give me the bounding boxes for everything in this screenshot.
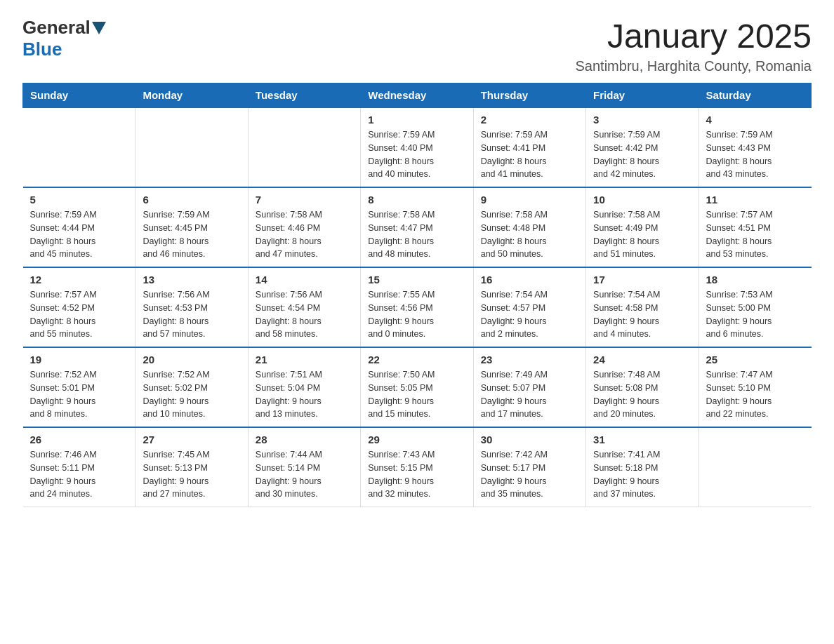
day-info: Sunrise: 7:50 AMSunset: 5:05 PMDaylight:… — [368, 368, 465, 421]
calendar-cell: 10Sunrise: 7:58 AMSunset: 4:49 PMDayligh… — [586, 187, 699, 267]
calendar-week-row: 19Sunrise: 7:52 AMSunset: 5:01 PMDayligh… — [23, 347, 812, 427]
calendar-cell: 22Sunrise: 7:50 AMSunset: 5:05 PMDayligh… — [361, 347, 473, 427]
day-info: Sunrise: 7:48 AMSunset: 5:08 PMDaylight:… — [593, 368, 691, 421]
day-info: Sunrise: 7:59 AMSunset: 4:45 PMDaylight:… — [143, 208, 240, 261]
day-info: Sunrise: 7:51 AMSunset: 5:04 PMDaylight:… — [256, 368, 353, 421]
day-number: 9 — [481, 194, 578, 206]
day-number: 16 — [481, 274, 578, 286]
page-header: General Blue January 2025 Santimbru, Har… — [22, 17, 812, 74]
calendar-cell: 13Sunrise: 7:56 AMSunset: 4:53 PMDayligh… — [135, 267, 248, 347]
subtitle: Santimbru, Harghita County, Romania — [576, 58, 812, 74]
day-number: 28 — [256, 434, 353, 445]
calendar-cell: 17Sunrise: 7:54 AMSunset: 4:58 PMDayligh… — [586, 267, 699, 347]
day-number: 31 — [593, 434, 691, 445]
day-info: Sunrise: 7:53 AMSunset: 5:00 PMDaylight:… — [706, 288, 805, 341]
day-number: 7 — [256, 194, 353, 206]
calendar-cell: 9Sunrise: 7:58 AMSunset: 4:48 PMDaylight… — [473, 187, 585, 267]
calendar-header-thursday: Thursday — [473, 83, 585, 108]
day-number: 1 — [368, 114, 465, 126]
day-info: Sunrise: 7:57 AMSunset: 4:52 PMDaylight:… — [30, 288, 128, 341]
calendar-header-row: SundayMondayTuesdayWednesdayThursdayFrid… — [23, 83, 812, 108]
logo-general-text: General — [22, 17, 91, 39]
day-info: Sunrise: 7:59 AMSunset: 4:40 PMDaylight:… — [368, 128, 465, 181]
day-info: Sunrise: 7:49 AMSunset: 5:07 PMDaylight:… — [481, 368, 578, 421]
day-info: Sunrise: 7:56 AMSunset: 4:54 PMDaylight:… — [256, 288, 353, 341]
day-info: Sunrise: 7:59 AMSunset: 4:43 PMDaylight:… — [706, 128, 805, 181]
calendar-header-monday: Monday — [135, 83, 248, 108]
day-info: Sunrise: 7:54 AMSunset: 4:58 PMDaylight:… — [593, 288, 691, 341]
calendar-cell: 7Sunrise: 7:58 AMSunset: 4:46 PMDaylight… — [248, 187, 360, 267]
calendar-cell — [699, 427, 811, 507]
day-number: 5 — [30, 194, 128, 206]
day-info: Sunrise: 7:54 AMSunset: 4:57 PMDaylight:… — [481, 288, 578, 341]
calendar-cell: 1Sunrise: 7:59 AMSunset: 4:40 PMDaylight… — [361, 107, 473, 187]
calendar-cell: 12Sunrise: 7:57 AMSunset: 4:52 PMDayligh… — [23, 267, 135, 347]
day-number: 20 — [143, 354, 240, 365]
logo-blue-text: Blue — [22, 39, 62, 60]
calendar-header-wednesday: Wednesday — [361, 83, 473, 108]
calendar-cell: 14Sunrise: 7:56 AMSunset: 4:54 PMDayligh… — [248, 267, 360, 347]
day-info: Sunrise: 7:59 AMSunset: 4:44 PMDaylight:… — [30, 208, 128, 261]
day-number: 25 — [706, 354, 805, 365]
day-info: Sunrise: 7:56 AMSunset: 4:53 PMDaylight:… — [143, 288, 240, 341]
day-number: 13 — [143, 274, 240, 286]
day-info: Sunrise: 7:52 AMSunset: 5:01 PMDaylight:… — [30, 368, 128, 421]
day-number: 3 — [593, 114, 691, 126]
day-number: 14 — [256, 274, 353, 286]
calendar-cell: 19Sunrise: 7:52 AMSunset: 5:01 PMDayligh… — [23, 347, 135, 427]
calendar-week-row: 26Sunrise: 7:46 AMSunset: 5:11 PMDayligh… — [23, 427, 812, 507]
day-info: Sunrise: 7:42 AMSunset: 5:17 PMDaylight:… — [481, 448, 578, 501]
day-info: Sunrise: 7:41 AMSunset: 5:18 PMDaylight:… — [593, 448, 691, 501]
logo: General Blue — [22, 17, 107, 60]
day-number: 10 — [593, 194, 691, 206]
calendar-cell: 11Sunrise: 7:57 AMSunset: 4:51 PMDayligh… — [699, 187, 811, 267]
calendar-header-saturday: Saturday — [699, 83, 811, 108]
title-block: January 2025 Santimbru, Harghita County,… — [576, 17, 812, 74]
day-info: Sunrise: 7:46 AMSunset: 5:11 PMDaylight:… — [30, 448, 128, 501]
calendar-cell: 18Sunrise: 7:53 AMSunset: 5:00 PMDayligh… — [699, 267, 811, 347]
calendar-cell: 25Sunrise: 7:47 AMSunset: 5:10 PMDayligh… — [699, 347, 811, 427]
calendar-cell: 16Sunrise: 7:54 AMSunset: 4:57 PMDayligh… — [473, 267, 585, 347]
day-info: Sunrise: 7:47 AMSunset: 5:10 PMDaylight:… — [706, 368, 805, 421]
day-number: 6 — [143, 194, 240, 206]
day-number: 4 — [706, 114, 805, 126]
day-info: Sunrise: 7:45 AMSunset: 5:13 PMDaylight:… — [143, 448, 240, 501]
day-number: 22 — [368, 354, 465, 365]
calendar-cell — [248, 107, 360, 187]
day-number: 2 — [481, 114, 578, 126]
day-number: 18 — [706, 274, 805, 286]
day-info: Sunrise: 7:43 AMSunset: 5:15 PMDaylight:… — [368, 448, 465, 501]
calendar-cell: 5Sunrise: 7:59 AMSunset: 4:44 PMDaylight… — [23, 187, 135, 267]
day-number: 21 — [256, 354, 353, 365]
calendar-cell: 15Sunrise: 7:55 AMSunset: 4:56 PMDayligh… — [361, 267, 473, 347]
calendar-week-row: 1Sunrise: 7:59 AMSunset: 4:40 PMDaylight… — [23, 107, 812, 187]
calendar-week-row: 12Sunrise: 7:57 AMSunset: 4:52 PMDayligh… — [23, 267, 812, 347]
calendar-cell: 24Sunrise: 7:48 AMSunset: 5:08 PMDayligh… — [586, 347, 699, 427]
calendar-cell: 29Sunrise: 7:43 AMSunset: 5:15 PMDayligh… — [361, 427, 473, 507]
day-number: 27 — [143, 434, 240, 445]
calendar-header-friday: Friday — [586, 83, 699, 108]
day-number: 8 — [368, 194, 465, 206]
calendar-cell: 2Sunrise: 7:59 AMSunset: 4:41 PMDaylight… — [473, 107, 585, 187]
calendar-cell: 26Sunrise: 7:46 AMSunset: 5:11 PMDayligh… — [23, 427, 135, 507]
calendar-cell: 6Sunrise: 7:59 AMSunset: 4:45 PMDaylight… — [135, 187, 248, 267]
day-info: Sunrise: 7:52 AMSunset: 5:02 PMDaylight:… — [143, 368, 240, 421]
calendar-cell: 8Sunrise: 7:58 AMSunset: 4:47 PMDaylight… — [361, 187, 473, 267]
calendar-cell: 23Sunrise: 7:49 AMSunset: 5:07 PMDayligh… — [473, 347, 585, 427]
day-number: 19 — [30, 354, 128, 365]
calendar-cell: 20Sunrise: 7:52 AMSunset: 5:02 PMDayligh… — [135, 347, 248, 427]
calendar-header-sunday: Sunday — [23, 83, 135, 108]
calendar-week-row: 5Sunrise: 7:59 AMSunset: 4:44 PMDaylight… — [23, 187, 812, 267]
day-number: 17 — [593, 274, 691, 286]
day-info: Sunrise: 7:44 AMSunset: 5:14 PMDaylight:… — [256, 448, 353, 501]
day-number: 11 — [706, 194, 805, 206]
calendar-cell: 4Sunrise: 7:59 AMSunset: 4:43 PMDaylight… — [699, 107, 811, 187]
calendar-header-tuesday: Tuesday — [248, 83, 360, 108]
day-info: Sunrise: 7:55 AMSunset: 4:56 PMDaylight:… — [368, 288, 465, 341]
day-number: 29 — [368, 434, 465, 445]
day-info: Sunrise: 7:58 AMSunset: 4:49 PMDaylight:… — [593, 208, 691, 261]
calendar-table: SundayMondayTuesdayWednesdayThursdayFrid… — [22, 83, 812, 507]
calendar-cell: 31Sunrise: 7:41 AMSunset: 5:18 PMDayligh… — [586, 427, 699, 507]
calendar-cell: 28Sunrise: 7:44 AMSunset: 5:14 PMDayligh… — [248, 427, 360, 507]
day-info: Sunrise: 7:57 AMSunset: 4:51 PMDaylight:… — [706, 208, 805, 261]
